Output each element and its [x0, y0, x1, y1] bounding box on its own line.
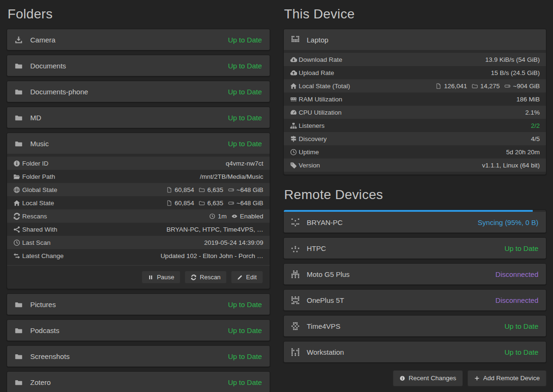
add-remote-device-button[interactable]: Add Remote Device [468, 370, 546, 386]
device-identicon-icon [291, 322, 299, 330]
device-name: Moto G5 Plus [307, 270, 350, 278]
info-circle-icon [13, 160, 22, 167]
row-label: Upload Rate [299, 69, 334, 76]
value-segment: ~648 GiB [228, 186, 264, 193]
folder-row-md[interactable]: MDUp to Date [7, 107, 270, 128]
map-signs-icon [290, 135, 299, 142]
remote-devices-list: BRYAN-PCSyncing (95%, 0 B)HTPCUp to Date… [283, 209, 547, 363]
eye-icon [231, 213, 238, 219]
exchange-icon [13, 252, 22, 259]
recent-changes-label: Recent Changes [408, 375, 456, 382]
folder-panel-documents: DocumentsUp to Date [7, 55, 270, 76]
folder-status: Up to Date [228, 378, 262, 386]
folder-name: Documents-phone [30, 88, 88, 96]
edit-button[interactable]: Edit [231, 271, 263, 284]
device-name: Time4VPS [307, 322, 340, 330]
detail-row-listeners: Listeners2/2 [284, 119, 546, 132]
folder-icon [15, 300, 23, 309]
row-value: v1.1.1, Linux (64 bit) [482, 162, 540, 169]
device-identicon-icon [291, 270, 299, 278]
this-device-header[interactable]: Laptop [284, 29, 546, 50]
recent-changes-button[interactable]: Recent Changes [393, 370, 463, 386]
device-row-time4vps[interactable]: Time4VPSUp to Date [284, 316, 546, 336]
row-value: 15 B/s (24.5 GiB) [491, 69, 540, 76]
home-icon [290, 83, 299, 90]
pause-button[interactable]: Pause [142, 271, 180, 284]
value-segment: 60,854 [166, 200, 194, 207]
memory-icon [290, 96, 299, 103]
folder-name: Music [30, 140, 49, 148]
pause-icon [148, 275, 153, 280]
folder-status: Up to Date [228, 36, 262, 44]
folder-row-pictures[interactable]: PicturesUp to Date [7, 294, 270, 315]
rescan-button[interactable]: Rescan [185, 271, 227, 284]
row-value: 2/2 [531, 122, 540, 129]
globe-icon [13, 186, 22, 193]
clock-icon [13, 239, 22, 246]
folder-panel-screenshots: ScreenshotsUp to Date [7, 345, 270, 367]
devices-column: This Device Laptop Download Rate13.9 KiB… [283, 6, 547, 392]
folder-icon [15, 62, 23, 70]
folder-status: Up to Date [228, 326, 262, 334]
detail-row-discovery: Discovery4/5 [284, 132, 546, 145]
value-segment: 14,275 [472, 83, 500, 90]
clock-icon [290, 149, 299, 156]
bottom-actions: Recent Changes Add Remote Device [283, 370, 547, 386]
folder-row-podcasts[interactable]: PodcastsUp to Date [7, 320, 270, 341]
syncthing-dashboard: Folders CameraUp to DateDocumentsUp to D… [0, 0, 553, 392]
folders-list: CameraUp to DateDocumentsUp to DateDocum… [7, 29, 270, 392]
tag-icon [290, 162, 299, 169]
folder-row-camera[interactable]: CameraUp to Date [7, 29, 270, 50]
device-row-oneplus-5t[interactable]: OnePlus 5TDisconnected [284, 290, 546, 310]
device-name: Workstation [307, 348, 344, 356]
cloud-download-icon [290, 56, 299, 63]
folder-row-documents[interactable]: DocumentsUp to Date [7, 55, 270, 76]
this-device-stats: Download Rate13.9 KiB/s (54 GiB)Upload R… [284, 50, 546, 175]
folder-row-music[interactable]: MusicUp to Date [7, 133, 270, 154]
row-label: Global State [22, 186, 57, 193]
row-value: Updated 102 - Elton John - Porch … [161, 252, 264, 259]
file-icon [166, 200, 172, 206]
row-value: 1mEnabled [209, 213, 263, 220]
folder-panel-md: MDUp to Date [7, 107, 270, 128]
device-status: Disconnected [495, 270, 538, 278]
detail-row-local-state-total: Local State (Total)126,04114,275~904 GiB [284, 79, 546, 92]
device-identicon-icon [291, 218, 299, 226]
folder-row-documents-phone[interactable]: Documents-phoneUp to Date [7, 81, 270, 102]
value-segment: ~904 GiB [504, 83, 540, 90]
folder-name: Pictures [30, 300, 56, 309]
row-value: /mnt/2TB/Media/Music [200, 173, 263, 180]
row-label: CPU Utilization [299, 109, 342, 116]
folder-icon [15, 378, 23, 386]
this-device-title: This Device [284, 7, 547, 22]
device-row-workstation[interactable]: WorkstationUp to Date [284, 342, 546, 362]
detail-row-global-state: Global State60,8546,635~648 GiB [7, 183, 270, 196]
folder-row-screenshots[interactable]: ScreenshotsUp to Date [7, 346, 270, 367]
device-status: Up to Date [504, 348, 538, 356]
folder-o-icon [199, 187, 205, 193]
device-row-htpc[interactable]: HTPCUp to Date [284, 238, 546, 259]
detail-row-ram-utilization: RAM Utilization186 MiB [284, 92, 546, 106]
device-row-moto-g5-plus[interactable]: Moto G5 PlusDisconnected [284, 264, 546, 284]
folder-status: Up to Date [228, 62, 262, 70]
folder-name: MD [30, 114, 41, 122]
home-icon [13, 200, 22, 207]
row-value: 186 MiB [516, 96, 540, 103]
remote-device-panel-htpc: HTPCUp to Date [283, 237, 547, 259]
remote-device-panel-bryan-pc: BRYAN-PCSyncing (95%, 0 B) [283, 209, 547, 233]
folder-panel-camera: CameraUp to Date [7, 29, 270, 50]
share-icon [13, 226, 22, 233]
detail-row-rescans: Rescans1mEnabled [7, 209, 270, 223]
row-value: 60,8546,635~648 GiB [166, 186, 264, 193]
device-status: Disconnected [495, 296, 538, 304]
folder-o-icon [472, 83, 478, 89]
folder-icon [15, 140, 23, 148]
folder-row-zotero[interactable]: ZoteroUp to Date [7, 372, 270, 392]
folder-panel-documents-phone: Documents-phoneUp to Date [7, 81, 270, 102]
folder-panel-podcasts: PodcastsUp to Date [7, 319, 270, 341]
row-label: Discovery [299, 135, 327, 142]
add-remote-device-label: Add Remote Device [483, 375, 540, 382]
device-row-bryan-pc[interactable]: BRYAN-PCSyncing (95%, 0 B) [284, 212, 546, 233]
row-label: Download Rate [299, 56, 342, 63]
remote-devices-title: Remote Devices [284, 187, 547, 202]
